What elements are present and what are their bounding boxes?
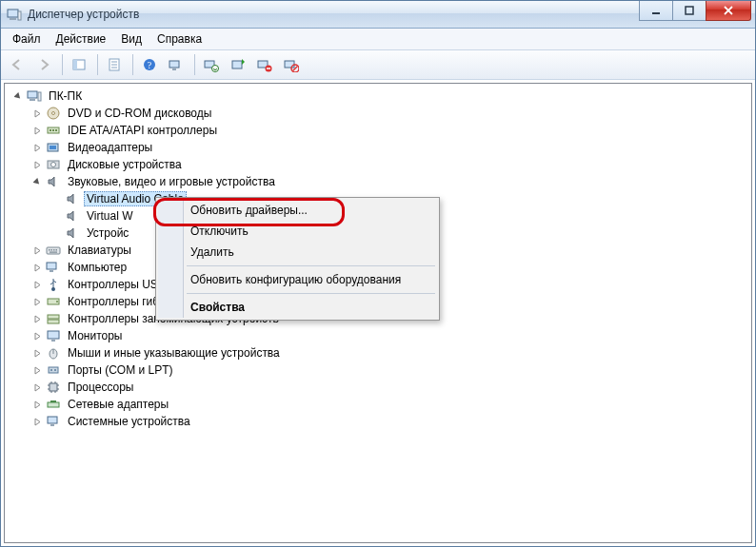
expand-icon[interactable] (31, 159, 44, 171)
svg-rect-0 (8, 10, 18, 17)
cpu-icon (46, 380, 61, 395)
menu-rescan[interactable]: Обновить конфигурацию оборудования (158, 269, 437, 290)
svg-rect-39 (51, 249, 53, 251)
menu-update-drivers[interactable]: Обновить драйверы... (158, 200, 437, 221)
expand-icon[interactable] (31, 262, 44, 274)
install-button[interactable] (226, 52, 250, 77)
svg-point-36 (51, 163, 56, 167)
node-label: Компьютер (65, 260, 129, 275)
toolbar-separator (97, 54, 98, 75)
svg-rect-17 (232, 61, 242, 68)
tree-item[interactable]: Видеоадаптеры (31, 139, 749, 156)
expand-icon[interactable] (31, 381, 44, 394)
expand-icon[interactable] (31, 296, 44, 308)
tree-item[interactable]: Мониторы (31, 327, 749, 344)
tree-item[interactable]: DVD и CD-ROM дисководы (31, 105, 749, 122)
tree-root[interactable]: ПК-ПК (12, 88, 749, 105)
node-label: Virtual W (84, 208, 135, 224)
uninstall-button[interactable] (252, 52, 277, 77)
tree-item[interactable]: Порты (COM и LPT) (31, 361, 749, 379)
menu-file[interactable]: Файл (5, 30, 49, 48)
tree-item-sound[interactable]: Звуковые, видео и игровые устройства (31, 173, 749, 190)
menu-separator (187, 293, 435, 294)
update-driver-button[interactable] (199, 52, 224, 77)
svg-rect-30 (50, 129, 51, 131)
svg-rect-21 (285, 61, 294, 68)
svg-rect-3 (652, 12, 660, 14)
window-buttons (639, 1, 755, 28)
svg-rect-32 (55, 129, 57, 131)
expand-icon[interactable] (31, 279, 44, 291)
toolbar-separator (194, 54, 195, 75)
svg-rect-6 (73, 60, 77, 69)
expand-icon[interactable] (31, 364, 44, 377)
expand-icon[interactable] (31, 347, 44, 360)
toolbar-separator (132, 54, 133, 75)
node-label: Контроллеры USB (65, 277, 169, 292)
monitor-icon (46, 328, 61, 343)
menu-delete[interactable]: Удалить (158, 242, 437, 263)
toolbar: ? (1, 49, 755, 80)
svg-rect-4 (686, 7, 693, 14)
sound-icon (46, 174, 61, 189)
expand-icon[interactable] (31, 107, 44, 120)
storage-controller-icon (46, 311, 61, 326)
disk-icon (46, 157, 61, 172)
node-label: Порты (COM и LPT) (65, 362, 176, 378)
forward-button[interactable] (31, 52, 56, 77)
expand-icon[interactable] (31, 125, 44, 137)
expand-icon[interactable] (31, 142, 44, 154)
back-button[interactable] (5, 52, 30, 77)
disable-button[interactable] (279, 52, 304, 77)
toolbar-separator (62, 54, 63, 75)
svg-rect-31 (52, 129, 54, 131)
svg-rect-25 (30, 99, 35, 101)
tree-item[interactable]: IDE ATA/ATAPI контроллеры (31, 122, 749, 139)
menu-disable[interactable]: Отключить (158, 221, 437, 242)
sound-device-icon (65, 225, 80, 241)
svg-rect-40 (53, 249, 55, 251)
ide-icon (46, 123, 61, 138)
properties-button[interactable] (102, 52, 127, 77)
sound-device-icon (65, 191, 80, 206)
expand-icon[interactable] (31, 330, 44, 342)
expand-icon[interactable] (31, 416, 44, 428)
device-manager-window: Диспетчер устройств Файл Действие Вид Сп… (0, 0, 756, 547)
menu-view[interactable]: Вид (113, 30, 149, 48)
menu-help[interactable]: Справка (149, 30, 209, 48)
expand-icon[interactable] (31, 399, 44, 411)
svg-point-45 (51, 287, 55, 291)
minimize-button[interactable] (639, 1, 673, 21)
collapse-icon[interactable] (12, 90, 25, 103)
menu-action[interactable]: Действие (49, 30, 114, 48)
dvd-icon (46, 106, 61, 121)
tree-item[interactable]: Мыши и иные указывающие устройства (31, 344, 749, 361)
svg-rect-49 (48, 320, 59, 323)
node-label: IDE ATA/ATAPI контроллеры (65, 123, 220, 138)
svg-rect-14 (172, 68, 176, 70)
menu-properties[interactable]: Свойства (158, 297, 437, 318)
svg-rect-41 (56, 249, 58, 251)
close-button[interactable] (706, 1, 751, 21)
node-label: Системные устройства (65, 414, 193, 429)
tree-item[interactable]: Дисковые устройства (31, 156, 749, 173)
tree-item[interactable]: Сетевые адаптеры (31, 396, 749, 413)
expand-icon[interactable] (31, 244, 44, 257)
tree-item[interactable]: Процессоры (31, 379, 749, 396)
node-label: Процессоры (65, 380, 137, 395)
show-hide-tree-button[interactable] (67, 52, 91, 77)
svg-rect-13 (169, 61, 179, 68)
system-device-icon (46, 414, 61, 429)
collapse-icon[interactable] (31, 176, 44, 188)
usb-icon (46, 277, 61, 292)
node-label: Звуковые, видео и игровые устройства (65, 174, 278, 189)
sound-device-icon (65, 208, 80, 224)
node-label: Устройс (84, 225, 131, 241)
svg-rect-50 (48, 331, 59, 339)
maximize-button[interactable] (672, 1, 706, 21)
node-label: Мониторы (65, 328, 125, 343)
tree-item[interactable]: Системные устройства (31, 413, 749, 430)
scan-button[interactable] (164, 52, 189, 77)
help-button[interactable]: ? (137, 52, 162, 77)
expand-icon[interactable] (31, 313, 44, 325)
